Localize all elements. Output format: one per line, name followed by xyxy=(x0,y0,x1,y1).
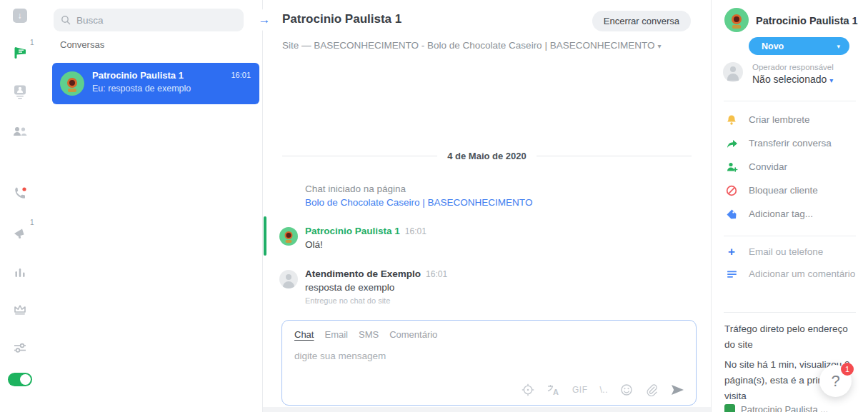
traffic-info: Tráfego direto pelo endereço do site xyxy=(724,321,857,353)
conversation-list-item[interactable]: Patrocinio Paulista 1 16:01 Eu: resposta… xyxy=(52,63,259,104)
chat-source-dropdown[interactable]: Site — BASECONHECIMENTO - Bolo de Chocol… xyxy=(282,40,661,51)
conversation-time: 16:01 xyxy=(231,71,251,79)
chevron-down-icon: ▾ xyxy=(657,42,661,50)
date-divider: 4 de Maio de 2020 xyxy=(282,151,692,161)
end-conversation-button[interactable]: Encerrar conversa xyxy=(592,11,691,31)
message-composer[interactable]: Chat Email SMS Comentário digite sua men… xyxy=(281,320,697,406)
tab-email[interactable]: Email xyxy=(324,329,348,340)
message-input[interactable]: digite sua mensagem xyxy=(294,351,386,361)
search-input[interactable]: Busca xyxy=(54,9,244,31)
chat-title: Patrocinio Paulista 1 xyxy=(282,12,401,26)
block-icon xyxy=(725,184,738,197)
conversation-preview: Eu: resposta de exemplo xyxy=(92,84,191,94)
team-icon[interactable] xyxy=(11,122,29,141)
divider xyxy=(724,236,856,236)
message-time: 16:01 xyxy=(405,226,426,236)
megaphone-icon[interactable]: 1 xyxy=(11,223,29,242)
action-label: Transferir conversa xyxy=(749,138,832,149)
date-divider-label: 4 de Maio de 2020 xyxy=(447,151,527,161)
visitor-avatar xyxy=(279,227,298,246)
visited-page-row[interactable]: Patrocinio Paulista ... xyxy=(724,404,828,412)
online-status-toggle[interactable] xyxy=(8,373,32,386)
status-label: Novo xyxy=(762,41,784,51)
megaphone-badge: 1 xyxy=(30,218,34,226)
svg-text:A: A xyxy=(553,388,559,396)
gif-icon[interactable]: GIF xyxy=(572,385,588,395)
conversation-list-panel: Busca Conversas Patrocinio Paulista 1 16… xyxy=(39,0,263,412)
send-icon[interactable] xyxy=(670,383,684,396)
operator-avatar xyxy=(723,62,743,82)
icon-rail: ↓ 1 xyxy=(0,0,39,412)
translate-icon[interactable]: A xyxy=(547,383,560,396)
chat-column: → Patrocinio Paulista 1 Encerrar convers… xyxy=(263,0,711,412)
action-label: Convidar xyxy=(749,161,787,172)
visitors-icon[interactable] xyxy=(11,82,29,101)
tab-comment[interactable]: Comentário xyxy=(389,329,437,340)
add-comment-label: Adicionar um comentário xyxy=(749,268,855,279)
tag-icon xyxy=(725,208,738,221)
message-text: resposta de exemplo xyxy=(305,282,447,293)
question-mark-icon: ? xyxy=(831,372,839,391)
contact-avatar xyxy=(724,8,749,32)
crown-icon[interactable] xyxy=(11,300,29,318)
settings-icon[interactable] xyxy=(11,338,29,357)
visited-page-text: Patrocinio Paulista ... xyxy=(741,404,828,412)
action-label: Bloquear cliente xyxy=(749,185,818,196)
bell-icon xyxy=(725,114,738,126)
pointer-track-icon[interactable] xyxy=(522,383,534,396)
operator-value: Não selecionado xyxy=(752,74,827,85)
transfer-icon xyxy=(725,137,738,150)
help-notification-badge: 1 xyxy=(841,363,854,376)
page-link[interactable]: Bolo de Chocolate Caseiro | BASECONHECIM… xyxy=(305,197,532,208)
action-block-client[interactable]: Bloquear cliente xyxy=(712,181,868,203)
page-favicon xyxy=(724,404,735,412)
add-email-or-phone[interactable]: + Email ou telefone xyxy=(712,243,868,264)
active-message-indicator xyxy=(264,216,266,256)
conversation-name: Patrocinio Paulista 1 xyxy=(92,70,184,81)
action-invite[interactable]: Convidar xyxy=(712,158,868,179)
search-icon xyxy=(61,15,71,25)
divider xyxy=(724,101,856,101)
phone-icon[interactable] xyxy=(11,184,29,203)
action-add-tag[interactable]: Adicionar tag... xyxy=(712,205,868,226)
delivery-status: Entregue no chat do site xyxy=(305,296,447,305)
system-message-text: Chat iniciado na página xyxy=(305,182,532,196)
system-message: Chat iniciado na página Bolo de Chocolat… xyxy=(305,182,532,209)
collapse-panel-button[interactable]: → xyxy=(254,9,275,31)
emoji-icon[interactable] xyxy=(620,383,633,396)
action-create-reminder[interactable]: Criar lembrete xyxy=(712,111,868,132)
arrow-right-icon: → xyxy=(259,13,271,27)
tab-sms[interactable]: SMS xyxy=(359,329,379,340)
tab-chat[interactable]: Chat xyxy=(294,329,314,340)
contact-details-panel: Patrocinio Paulista 1 Novo ▾ Operador re… xyxy=(711,0,868,412)
contact-name: Patrocinio Paulista 1 xyxy=(756,15,858,26)
message-author: Atendimento de Exemplo xyxy=(305,268,421,279)
action-transfer-conversation[interactable]: Transferir conversa xyxy=(712,134,868,156)
conversations-badge: 1 xyxy=(30,39,34,46)
attachment-icon[interactable] xyxy=(645,383,658,396)
action-label: Criar lembrete xyxy=(749,114,810,125)
conversations-icon[interactable]: 1 xyxy=(11,44,29,62)
toggle-knob xyxy=(20,374,31,385)
message-author: Patrocinio Paulista 1 xyxy=(305,226,400,236)
agent-avatar xyxy=(279,270,298,288)
chat-source-text: Site — BASECONHECIMENTO - Bolo de Chocol… xyxy=(282,40,654,51)
invite-icon xyxy=(725,161,738,174)
operator-label: Operador responsável xyxy=(752,63,834,71)
end-conversation-label: Encerrar conversa xyxy=(604,16,679,26)
contact-avatar xyxy=(60,71,84,96)
plus-icon: + xyxy=(725,246,738,258)
add-comment[interactable]: Adicionar um comentário xyxy=(712,265,868,286)
status-dropdown[interactable]: Novo ▾ xyxy=(749,37,849,55)
comment-lines-icon xyxy=(725,268,738,281)
stats-icon[interactable] xyxy=(11,263,29,282)
shortcuts-icon[interactable]: \.. xyxy=(599,385,608,395)
operator-select[interactable]: Não selecionado▾ xyxy=(752,74,833,85)
conversations-section-label: Conversas xyxy=(60,39,104,50)
chevron-down-icon: ▾ xyxy=(829,76,833,84)
divider xyxy=(724,312,856,313)
help-button[interactable]: ? 1 xyxy=(819,365,852,397)
chat-message-agent: Atendimento de Exemplo16:01 resposta de … xyxy=(279,268,447,305)
chevron-down-icon: ▾ xyxy=(837,43,840,50)
inbox-icon[interactable]: ↓ xyxy=(11,6,29,25)
